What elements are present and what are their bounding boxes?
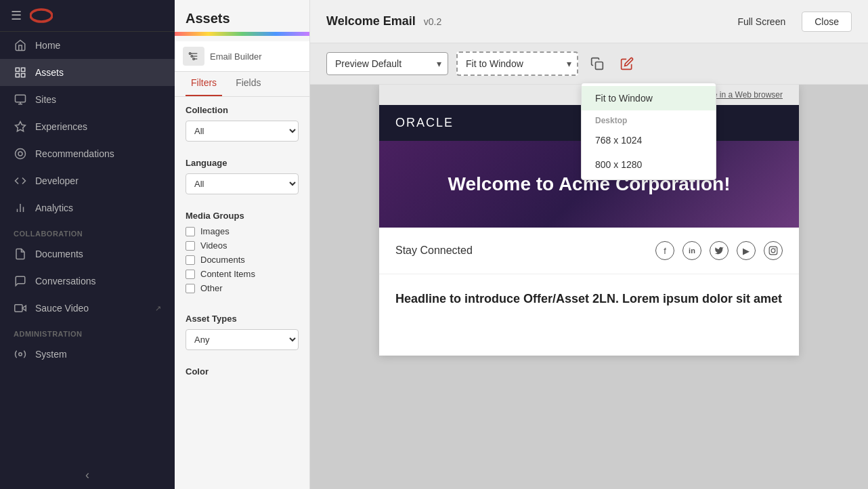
experiences-icon [14,120,27,133]
documents-label: Documents [200,255,245,265]
youtube-icon[interactable]: ▶ [737,241,756,260]
svg-point-0 [30,9,52,22]
asset-types-label: Asset Types [186,314,299,324]
sidebar-item-assets[interactable]: Assets [0,59,175,86]
svg-rect-2 [22,68,25,71]
close-button[interactable]: Close [802,12,852,32]
language-filter: Language All [175,150,309,203]
collection-filter: Collection All [175,97,309,150]
sidebar-item-sauce-video[interactable]: Sauce Video ↗ [0,295,175,322]
rainbow-bar [175,32,309,36]
sidebar-item-experiences[interactable]: Experiences [0,113,175,140]
color-filter: Color [175,358,309,390]
fit-window-dropdown: Fit to Window Desktop 768 x 1024 800 x 1… [581,83,716,180]
sidebar-item-label: Developer [35,175,79,186]
content-items-label: Content Items [200,269,255,279]
tab-filters[interactable]: Filters [186,72,222,96]
instagram-icon[interactable] [764,241,783,260]
sidebar-item-documents[interactable]: Documents [0,240,175,268]
sidebar-item-sites[interactable]: Sites [0,86,175,113]
images-checkbox[interactable] [186,227,195,236]
svg-marker-14 [22,305,26,311]
media-groups-label: Media Groups [186,211,299,221]
svg-point-25 [771,249,775,253]
svg-rect-5 [16,95,26,102]
sidebar-collapse-button[interactable]: ‹ [0,461,175,489]
documents-icon [14,247,27,261]
fit-window-wrapper: Fit to Window [456,51,578,76]
sidebar-item-label: Home [35,40,60,51]
asset-types-select[interactable]: Any [186,329,299,350]
copy-icon-button[interactable] [586,53,608,75]
sauce-video-icon [14,301,27,315]
svg-point-16 [19,353,22,356]
collection-select[interactable]: All [186,121,299,142]
preview-header: Welcome Email v0.2 Full Screen Close [310,0,868,43]
language-select[interactable]: All [186,173,299,194]
preview-toolbar: Preview Default Fit to Window Fit to Win… [310,43,868,85]
filter-icon-button[interactable] [183,47,204,66]
other-checkbox[interactable] [186,284,195,293]
fit-window-select[interactable]: Fit to Window [456,51,578,76]
asset-types-filter: Asset Types Any [175,305,309,358]
assets-title: Assets [175,0,309,32]
sidebar-item-label: Recommendations [35,148,114,159]
svg-point-9 [16,149,26,159]
language-label: Language [186,158,299,168]
tab-fields[interactable]: Fields [230,72,266,96]
collection-label: Collection [186,105,299,115]
svg-point-10 [18,152,22,156]
email-content-body: Headline to introduce Offer/Asset 2LN. L… [379,274,799,324]
content-items-checkbox[interactable] [186,270,195,279]
email-builder-area: Welcome Email v0.2 Full Screen Close Pre… [310,0,868,489]
svg-rect-24 [769,247,777,255]
checkbox-documents: Documents [186,255,299,265]
checkbox-videos: Videos [186,240,299,251]
sidebar: ☰ Home Assets Sites Experiences Recommen… [0,0,175,489]
administration-section-label: ADMINISTRATION [0,322,175,341]
videos-label: Videos [200,240,227,251]
svg-point-21 [191,56,193,58]
twitter-icon[interactable] [710,241,729,260]
facebook-icon[interactable]: f [655,241,674,260]
sidebar-item-label: Assets [35,67,64,78]
sidebar-item-label: Sites [35,94,56,105]
email-builder-label: Email Builder [210,51,262,62]
stay-connected-label: Stay Connected [395,244,473,257]
fullscreen-button[interactable]: Full Screen [729,12,794,31]
sidebar-item-label: Conversations [35,276,96,286]
preview-version: v0.2 [424,16,441,27]
sidebar-item-analytics[interactable]: Analytics [0,194,175,221]
collaboration-section-label: COLLABORATION [0,221,175,240]
sidebar-item-label: Experiences [35,121,87,132]
preview-default-select[interactable]: Preview Default [326,52,448,75]
preview-header-actions: Full Screen Close [729,12,852,32]
sidebar-item-developer[interactable]: Developer [0,167,175,194]
recommendations-icon [14,147,27,161]
edit-icon-button[interactable] [616,53,638,75]
documents-checkbox[interactable] [186,255,195,265]
dropdown-desktop-header: Desktop [582,110,716,128]
right-section: Assets Email Builder Filters Fields Coll… [175,0,868,489]
dropdown-item-fit-to-window[interactable]: Fit to Window [582,86,716,110]
sidebar-item-home[interactable]: Home [0,32,175,59]
sidebar-item-label: Analytics [35,203,73,213]
hamburger-button[interactable]: ☰ [11,8,22,23]
svg-rect-23 [596,62,603,70]
dropdown-item-768x1024[interactable]: 768 x 1024 [582,128,716,152]
checkbox-images: Images [186,226,299,236]
svg-rect-4 [22,74,25,77]
sidebar-item-system[interactable]: System [0,341,175,368]
linkedin-icon[interactable]: in [682,241,701,260]
sidebar-item-recommendations[interactable]: Recommendations [0,140,175,167]
media-groups-filter: Media Groups Images Videos Documents Con… [175,203,309,305]
dropdown-item-800x1280[interactable]: 800 x 1280 [582,152,716,177]
sites-icon [14,93,27,106]
sidebar-item-conversations[interactable]: Conversations [0,268,175,295]
images-label: Images [200,226,230,236]
videos-checkbox[interactable] [186,241,195,251]
checkbox-content-items: Content Items [186,269,299,279]
home-icon [14,39,27,52]
sidebar-item-label: Documents [35,249,83,259]
oracle-logo-icon [30,8,53,23]
